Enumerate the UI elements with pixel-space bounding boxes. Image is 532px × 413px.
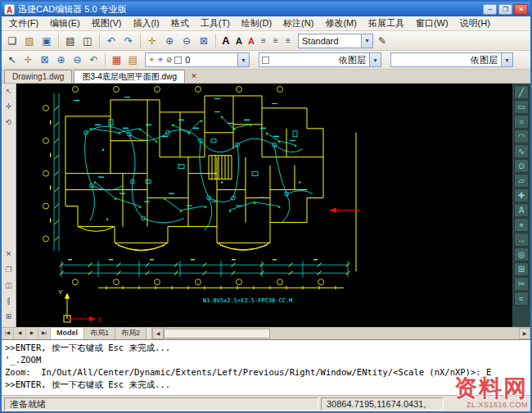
pan-realtime-icon[interactable]: ✛ [20, 52, 36, 68]
print-preview-icon[interactable]: ◫ [79, 33, 96, 49]
new-icon[interactable]: ❏ [4, 33, 20, 49]
document-tabbar: Drawing1.dwg 图3-4底层电照平面图.dwg ✕ [2, 70, 530, 84]
menu-dimension[interactable]: 标注(N) [277, 16, 319, 30]
mirror-icon[interactable]: ◫ [2, 279, 15, 292]
text-style-combo[interactable]: Standard ▾ [298, 34, 373, 48]
app-icon[interactable]: A [4, 4, 15, 15]
arc-icon[interactable]: ◠ [514, 129, 529, 143]
zoom-extents-icon[interactable]: ⊠ [196, 33, 212, 49]
menu-file[interactable]: 文件(F) [3, 16, 44, 30]
select-tool-icon[interactable]: ↖ [2, 85, 15, 98]
menu-format[interactable]: 格式 [165, 16, 195, 30]
menu-insert[interactable]: 插入(I) [127, 16, 165, 30]
minimize-button[interactable]: ─ [483, 4, 497, 15]
hscroll-left-icon[interactable]: ◀ [152, 328, 164, 339]
layout-tabbar: |◀ ◀ ▶ ▶| Model 布局1 布局2 ◀ ▶ [2, 327, 530, 339]
offset-icon[interactable]: ∥ [2, 295, 15, 307]
zoom-in-icon[interactable]: ⊕ [161, 33, 178, 49]
maximize-button[interactable]: ❐ [498, 4, 512, 15]
pan-tool-icon[interactable]: ✛ [2, 101, 15, 113]
dimension-icon[interactable]: ↔ [514, 233, 529, 247]
drawing-canvas[interactable]: N1.BV5x2.5+E2.5-FPC38-CC.M Y X [16, 84, 512, 327]
tab-close-icon[interactable]: ✕ [188, 70, 200, 82]
tab-layout2[interactable]: 布局2 [115, 328, 147, 339]
menu-help[interactable]: 说明(H) [454, 16, 496, 30]
text-color-icon[interactable]: A [246, 36, 257, 46]
menu-modify[interactable]: 修改(M) [319, 16, 363, 30]
tab-layout1[interactable]: 布局1 [84, 328, 115, 339]
cad-drawing: N1.BV5x2.5+E2.5-FPC38-CC.M Y X [16, 84, 512, 327]
layer-value: 0 [182, 55, 193, 65]
pan-icon[interactable]: ✛ [144, 33, 160, 49]
titlebar[interactable]: A 迅捷CAD编辑器 5.0 专业版 ─ ❐ ✕ [2, 2, 530, 16]
edit-style-icon[interactable]: ✎ [374, 33, 390, 49]
wire-label: N1.BV5x2.5+E2.5-FPC38-CC.M [203, 297, 292, 304]
dimension-text-marks [50, 120, 318, 261]
hatch-icon[interactable]: ≈ [514, 292, 529, 306]
array-icon[interactable]: ⊞ [2, 311, 15, 323]
ellipse-icon[interactable]: ◎ [514, 247, 529, 261]
zoom-dynamic-icon[interactable]: ⊕ [53, 52, 69, 68]
select-icon[interactable]: ↖ [4, 52, 20, 68]
align-center-icon[interactable]: ≡ [270, 36, 282, 45]
menu-window[interactable]: 窗口(W) [410, 16, 454, 30]
orbit-icon[interactable]: ⟲ [2, 116, 15, 129]
mtext-icon[interactable]: A [233, 36, 245, 46]
print-icon[interactable]: ▤ [62, 33, 79, 49]
polygon-icon[interactable]: ▱ [514, 174, 529, 188]
trim-icon[interactable]: ✂ [514, 277, 529, 291]
save-icon[interactable]: ▣ [38, 33, 55, 49]
text-style-icon[interactable]: A [219, 34, 232, 47]
zoom-window-icon[interactable]: ⊠ [37, 52, 52, 68]
linetype-combo[interactable]: 依图层 ▾ [390, 52, 513, 67]
chevron-down-icon[interactable]: ▾ [237, 53, 249, 66]
layout-first-icon[interactable]: |◀ [2, 328, 14, 339]
align-right-icon[interactable]: ≡ [282, 36, 294, 45]
horizontal-scrollbar[interactable]: ◀ ▶ [151, 328, 530, 339]
ucs-y-label: Y [58, 288, 63, 296]
redo-icon[interactable]: ↷ [120, 33, 137, 49]
copy-icon[interactable]: ❐ [2, 264, 15, 276]
text-tool-icon[interactable]: A [514, 203, 529, 217]
tab-drawing1[interactable]: Drawing1.dwg [4, 70, 72, 83]
menu-express-tools[interactable]: 拓展工具 [363, 16, 410, 30]
layer-combo[interactable]: ☀ ✳ ⊘ 0 ▾ [145, 52, 250, 67]
point-icon[interactable]: ✚ [514, 188, 529, 202]
layer-color-swatch [174, 57, 182, 64]
menu-tools[interactable]: 工具(T) [195, 16, 236, 30]
layout-prev-icon[interactable]: ◀ [14, 328, 26, 339]
chevron-down-icon[interactable]: ▾ [369, 53, 381, 66]
chevron-down-icon[interactable]: ▾ [501, 53, 512, 66]
undo-icon[interactable]: ↶ [103, 33, 119, 49]
tab-model[interactable]: Model [51, 328, 84, 339]
zoom-previous-icon[interactable]: ↶ [86, 52, 101, 68]
donut-icon[interactable]: ⊙ [514, 159, 529, 173]
rectangle-icon[interactable]: ▭ [514, 100, 529, 114]
layout-next-icon[interactable]: ▶ [26, 328, 38, 339]
tab-current-drawing[interactable]: 图3-4底层电照平面图.dwg [74, 70, 185, 83]
layer-manager-icon[interactable]: ▤ [125, 52, 141, 68]
main-area: ↖ ✛ ⟲ ✕ ❐ ◫ ∥ ⊞ [2, 84, 530, 327]
status-spacer [446, 397, 528, 411]
match-properties-icon[interactable]: ▦ [109, 52, 124, 68]
command-line[interactable]: >>ENTER, 按一下右键或 Esc 来完成... '_.ZOOM Zoom:… [2, 339, 530, 395]
color-combo[interactable]: 依图层 ▾ [259, 52, 381, 67]
align-left-icon[interactable]: ≡ [258, 36, 269, 45]
open-icon[interactable]: ▨ [21, 33, 38, 49]
chevron-down-icon[interactable]: ▾ [361, 34, 372, 48]
circle-icon[interactable]: ○ [514, 115, 529, 129]
zoom-out-icon[interactable]: ⊖ [178, 33, 195, 49]
layout-last-icon[interactable]: ▶| [38, 328, 51, 339]
table-icon[interactable]: ⊞ [514, 262, 529, 276]
hscroll-thumb[interactable] [164, 329, 270, 338]
center-mark-icon[interactable]: ⌖ [514, 218, 529, 232]
zoom-scale-icon[interactable]: ⊖ [70, 52, 85, 68]
close-button[interactable]: ✕ [514, 4, 528, 15]
hscroll-right-icon[interactable]: ▶ [519, 328, 530, 339]
erase-icon[interactable]: ✕ [2, 248, 15, 261]
spline-icon[interactable]: ∿ [514, 144, 529, 158]
menu-view[interactable]: 视图(V) [86, 16, 128, 30]
line-icon[interactable]: ╱ [514, 85, 529, 99]
menu-edit[interactable]: 编辑(E) [44, 16, 86, 30]
menu-draw[interactable]: 绘制(D) [236, 16, 277, 30]
